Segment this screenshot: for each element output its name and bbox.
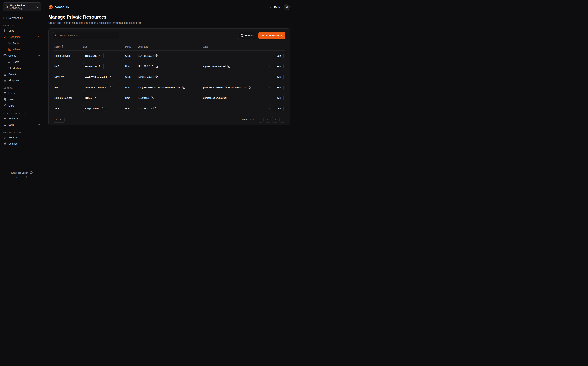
- copy-alias-button[interactable]: [248, 86, 251, 89]
- sidebar-item-links[interactable]: Links: [3, 103, 41, 109]
- gear-icon: [3, 142, 7, 145]
- page-size-value: 20: [55, 118, 58, 121]
- copy-destination-button[interactable]: [154, 107, 157, 110]
- arrow-up-right-icon: [101, 107, 104, 110]
- resources-card: Refresh Add Resource Name Site Mode De: [48, 28, 290, 125]
- copy-icon: [154, 107, 157, 110]
- main-content: PANGOLIN Dark M Manage Private Resources…: [44, 0, 294, 183]
- edit-button[interactable]: Edit: [274, 74, 284, 80]
- first-page-button[interactable]: [258, 117, 264, 122]
- site-link-button[interactable]: Edge Device: [83, 105, 106, 112]
- row-menu-button[interactable]: [268, 65, 271, 68]
- row-menu-button[interactable]: [268, 75, 271, 78]
- sidebar-item-resources[interactable]: Resources: [3, 34, 41, 40]
- organization-switcher[interactable]: Organization ACME Corp.: [3, 2, 41, 11]
- arrow-up-right-icon: [98, 54, 101, 58]
- sidebar-item-server-admin[interactable]: Server Admin: [3, 15, 41, 21]
- site-link-button[interactable]: Office: [83, 95, 99, 101]
- arrow-up-right-icon: [98, 65, 101, 68]
- link-icon: [3, 104, 7, 107]
- version-line[interactable]: v1.13.0: [3, 175, 41, 180]
- copy-destination-button[interactable]: [155, 65, 158, 68]
- sidebar-item-logs[interactable]: Logs: [3, 122, 41, 128]
- users-icon: [3, 98, 7, 101]
- copy-destination-button[interactable]: [151, 96, 154, 99]
- sidebar-item-public[interactable]: Public: [7, 40, 41, 46]
- page-size-select[interactable]: 20: [53, 117, 65, 122]
- globe-icon: [7, 42, 11, 45]
- add-resource-button[interactable]: Add Resource: [258, 32, 285, 39]
- previous-page-button[interactable]: [265, 117, 271, 122]
- sidebar-item-api-keys[interactable]: API Keys: [3, 134, 41, 141]
- edit-button[interactable]: Edit: [274, 64, 284, 69]
- sidebar-item-analytics[interactable]: Analytics: [3, 115, 41, 122]
- user-avatar[interactable]: M: [284, 4, 290, 10]
- next-page-button[interactable]: [272, 117, 278, 122]
- copy-destination-button[interactable]: [155, 75, 158, 78]
- ellipsis-icon: [268, 86, 271, 89]
- site-link-button[interactable]: AWS VPC us-east-1: [83, 74, 114, 80]
- refresh-button[interactable]: Refresh: [238, 32, 257, 39]
- moon-icon: [270, 5, 273, 9]
- ellipsis-icon: [268, 96, 271, 99]
- resource-mode: CIDR: [125, 54, 131, 57]
- sidebar-item-label: API Keys: [8, 136, 19, 139]
- sidebar-item-private[interactable]: Private: [7, 46, 41, 53]
- last-page-button[interactable]: [279, 117, 285, 122]
- chevrons-left-icon: [259, 118, 262, 121]
- sidebar-item-clients[interactable]: Clients: [3, 53, 41, 59]
- sidebar-item-machines[interactable]: Machines: [7, 65, 41, 71]
- globe-lock-icon: [7, 48, 11, 51]
- copy-alias-button[interactable]: [227, 65, 230, 68]
- sidebar-item-label: Resources: [8, 36, 20, 38]
- sidebar-item-label: Users: [8, 92, 15, 95]
- column-header-name: Name: [54, 46, 61, 48]
- ellipsis-icon: [268, 54, 271, 57]
- column-visibility-button[interactable]: [280, 45, 284, 49]
- sidebar-item-sites[interactable]: Sites: [3, 28, 41, 34]
- sidebar-item-label: Logs: [8, 123, 14, 126]
- key-icon: [3, 136, 7, 139]
- sidebar-item-label: Sites: [8, 29, 14, 32]
- sidebar-item-domains[interactable]: Domains: [3, 71, 41, 77]
- toolbar: Refresh Add Resource: [53, 32, 285, 39]
- topbar: PANGOLIN Dark M: [48, 4, 290, 10]
- copy-destination-button[interactable]: [182, 86, 185, 89]
- route-icon: [3, 35, 7, 38]
- page-indicator: Page 1 of 1: [242, 118, 254, 121]
- row-menu-button[interactable]: [268, 107, 271, 110]
- sidebar-scrollbar-thumb[interactable]: [44, 90, 45, 93]
- edit-button[interactable]: Edit: [274, 53, 284, 59]
- resources-table: Name Site Mode Destination Alias Home Ne…: [53, 43, 285, 114]
- site-name: Home Lab: [85, 55, 96, 57]
- sidebar-item-blueprints[interactable]: Blueprints: [3, 77, 41, 84]
- edit-button[interactable]: Edit: [274, 95, 284, 101]
- edition-line[interactable]: Enterprise Edition: [3, 171, 41, 175]
- row-menu-button[interactable]: [268, 86, 271, 89]
- copy-destination-button[interactable]: [155, 54, 158, 57]
- edit-button[interactable]: Edit: [274, 106, 284, 111]
- site-link-button[interactable]: Home Lab: [83, 63, 103, 70]
- row-menu-button[interactable]: [268, 96, 271, 99]
- site-link-button[interactable]: AWS VPC us-west-1: [83, 84, 114, 91]
- github-icon: [29, 171, 33, 175]
- sidebar-item-label: Domains: [8, 73, 18, 76]
- plus-icon: [261, 34, 265, 38]
- edit-button[interactable]: Edit: [274, 85, 284, 90]
- sidebar-item-users[interactable]: Users: [3, 90, 41, 96]
- sidebar-item-settings[interactable]: Settings: [3, 141, 41, 147]
- search-input[interactable]: [60, 34, 117, 37]
- sidebar-item-roles[interactable]: Roles: [3, 96, 41, 103]
- page-title: Manage Private Resources: [48, 15, 290, 20]
- brand[interactable]: PANGOLIN: [48, 5, 69, 9]
- sort-by-name-button[interactable]: Name: [54, 45, 65, 49]
- sidebar-item-client-users[interactable]: Users: [7, 59, 41, 65]
- table-header-row: Name Site Mode Destination Alias: [53, 43, 285, 51]
- search-box: [53, 32, 119, 39]
- theme-toggle-button[interactable]: Dark: [270, 5, 280, 9]
- resource-name: Dev Env: [54, 76, 64, 78]
- row-menu-button[interactable]: [268, 54, 271, 57]
- site-link-button[interactable]: Home Lab: [83, 53, 103, 59]
- refresh-icon: [241, 34, 244, 38]
- organization-value: ACME Corp.: [10, 7, 34, 10]
